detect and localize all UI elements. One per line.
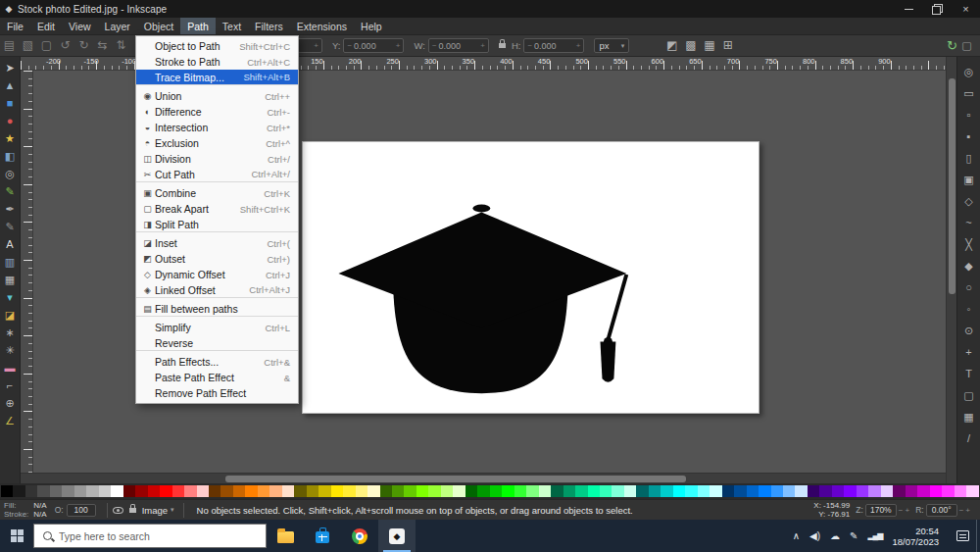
palette-swatch[interactable] bbox=[698, 485, 710, 497]
snap-bounding-box-icon[interactable]: ▭ bbox=[957, 82, 980, 104]
spiral-tool[interactable]: ◎ bbox=[0, 165, 20, 182]
path-menu-item[interactable]: Trace Bitmap... Shift+Alt+B bbox=[136, 70, 298, 85]
palette-swatch[interactable] bbox=[1, 485, 13, 497]
layer-visibility-icon[interactable] bbox=[113, 507, 123, 514]
path-menu-item[interactable]: ◪ Inset Ctrl+( bbox=[136, 235, 298, 251]
palette-swatch[interactable] bbox=[955, 485, 966, 497]
snap-rotation-centers-icon[interactable]: + bbox=[957, 341, 980, 363]
path-menu-item[interactable]: Stroke to Path Ctrl+Alt+C bbox=[136, 54, 298, 70]
tweak-tool[interactable]: ∗ bbox=[0, 324, 20, 341]
snap-paths-icon[interactable]: ~ bbox=[957, 212, 980, 233]
palette-swatch[interactable] bbox=[857, 485, 868, 497]
vertical-scrollbar-thumb[interactable] bbox=[949, 78, 956, 294]
path-menu-item[interactable]: ◓ Exclusion Ctrl+^ bbox=[136, 135, 298, 151]
palette-swatch[interactable] bbox=[245, 485, 257, 497]
snap-toggle-icon[interactable]: ◎ bbox=[957, 61, 980, 82]
palette-swatch[interactable] bbox=[564, 485, 575, 497]
taskbar-clock[interactable]: 20:54 18/07/2023 bbox=[892, 526, 939, 547]
palette-swatch[interactable] bbox=[197, 485, 209, 497]
palette-swatch[interactable] bbox=[13, 485, 24, 497]
flip-horizontal-icon[interactable]: ⇆ bbox=[93, 35, 112, 56]
snap-bbox-corners-icon[interactable]: ▪ bbox=[957, 125, 980, 147]
snap-refresh-icon[interactable]: ↻ bbox=[947, 35, 957, 56]
mesh-gradient-tool[interactable]: ▦ bbox=[0, 271, 20, 288]
palette-swatch[interactable] bbox=[514, 485, 526, 497]
width-increment[interactable]: + bbox=[480, 41, 485, 50]
palette-swatch[interactable] bbox=[906, 485, 917, 497]
palette-swatch[interactable] bbox=[661, 485, 672, 497]
width-input[interactable]: − 0.000 + bbox=[428, 38, 489, 53]
palette-swatch[interactable] bbox=[135, 485, 147, 497]
path-menu-item[interactable]: Simplify Ctrl+L bbox=[136, 320, 298, 335]
taskbar-app-chrome[interactable] bbox=[341, 520, 378, 552]
palette-swatch[interactable] bbox=[539, 485, 551, 497]
path-menu-item[interactable]: ◐ Difference Ctrl+- bbox=[136, 104, 298, 120]
menubar-item[interactable]: Object bbox=[137, 18, 180, 34]
pen-tool[interactable]: ✒ bbox=[0, 200, 20, 218]
toolbar-end-icon[interactable]: ▢ bbox=[957, 39, 976, 52]
star-tool[interactable]: ★ bbox=[0, 129, 20, 147]
zoom-input[interactable]: 170% bbox=[865, 504, 897, 517]
palette-swatch[interactable] bbox=[477, 485, 489, 497]
palette-swatch[interactable] bbox=[294, 485, 306, 497]
palette-swatch[interactable] bbox=[966, 485, 978, 497]
path-menu-item[interactable]: ◒ Intersection Ctrl+* bbox=[136, 120, 298, 135]
affect-move-icon[interactable]: ◩ bbox=[662, 35, 681, 56]
vertical-ruler[interactable] bbox=[21, 71, 33, 473]
palette-swatch[interactable] bbox=[209, 485, 220, 497]
hidden-icons-chevron[interactable]: ∧ bbox=[793, 531, 800, 541]
spray-tool[interactable]: ✳ bbox=[0, 341, 20, 359]
horizontal-scrollbar-thumb[interactable] bbox=[225, 476, 686, 482]
select-all-layers-icon[interactable]: ▧ bbox=[19, 35, 37, 56]
palette-swatch[interactable] bbox=[600, 485, 612, 497]
palette-swatch[interactable] bbox=[441, 485, 453, 497]
palette-swatch[interactable] bbox=[37, 485, 49, 497]
palette-swatch[interactable] bbox=[649, 485, 661, 497]
palette-swatch[interactable] bbox=[588, 485, 600, 497]
paint-bucket-tool[interactable]: ◪ bbox=[0, 306, 20, 324]
palette-swatch[interactable] bbox=[368, 485, 379, 497]
palette-swatch[interactable] bbox=[893, 485, 905, 497]
palette-swatch[interactable] bbox=[930, 485, 942, 497]
flip-vertical-icon[interactable]: ⇅ bbox=[112, 35, 130, 56]
gradient-tool[interactable]: ▥ bbox=[0, 253, 20, 271]
menubar-item[interactable]: Extensions bbox=[290, 18, 354, 34]
graduation-cap-image[interactable] bbox=[303, 142, 759, 413]
palette-swatch[interactable] bbox=[783, 485, 795, 497]
units-select[interactable]: px ▾ bbox=[594, 38, 629, 53]
y-input[interactable]: − 0.000 + bbox=[343, 38, 404, 53]
palette-swatch[interactable] bbox=[734, 485, 746, 497]
path-menu-item[interactable]: Remove Path Effect bbox=[136, 385, 298, 401]
selector-tool[interactable]: ➤ bbox=[0, 59, 20, 76]
fill-stroke-indicator[interactable]: Fill: N/A Stroke: N/A bbox=[4, 501, 47, 519]
snap-text-baseline-icon[interactable]: T bbox=[957, 363, 980, 384]
palette-swatch[interactable] bbox=[380, 485, 392, 497]
palette-swatch[interactable] bbox=[233, 485, 245, 497]
text-tool[interactable]: A bbox=[0, 235, 20, 253]
rotation-input[interactable]: 0.00° bbox=[926, 504, 957, 517]
path-menu-item[interactable]: Paste Path Effect & bbox=[136, 370, 298, 385]
menubar-item[interactable]: Layer bbox=[98, 18, 137, 34]
dropper-tool[interactable]: ▾ bbox=[0, 288, 20, 306]
search-input[interactable] bbox=[59, 530, 225, 542]
affect-corners-icon[interactable]: ▦ bbox=[700, 35, 718, 56]
palette-swatch[interactable] bbox=[636, 485, 648, 497]
snap-smooth-nodes-icon[interactable]: ○ bbox=[957, 276, 980, 298]
width-decrement[interactable]: − bbox=[432, 41, 437, 50]
rotation-increment[interactable]: + bbox=[965, 506, 970, 515]
path-menu-item[interactable]: ◈ Linked Offset Ctrl+Alt+J bbox=[136, 282, 298, 298]
palette-swatch[interactable] bbox=[160, 485, 172, 497]
palette-swatch[interactable] bbox=[747, 485, 759, 497]
zoom-tool[interactable]: ⊕ bbox=[0, 394, 20, 412]
palette-swatch[interactable] bbox=[502, 485, 514, 497]
path-menu-item[interactable]: ▤ Fill between paths bbox=[136, 301, 298, 317]
palette-swatch[interactable] bbox=[25, 485, 37, 497]
palette-swatch[interactable] bbox=[808, 485, 819, 497]
palette-swatch[interactable] bbox=[392, 485, 404, 497]
rotate-cw-icon[interactable]: ↻ bbox=[74, 35, 93, 56]
vertical-scrollbar[interactable] bbox=[946, 57, 956, 483]
snap-midpoints-icon[interactable]: ◦ bbox=[957, 298, 980, 320]
palette-swatch[interactable] bbox=[673, 485, 685, 497]
palette-swatch[interactable] bbox=[453, 485, 465, 497]
snap-grid-icon[interactable]: ▦ bbox=[957, 406, 980, 427]
